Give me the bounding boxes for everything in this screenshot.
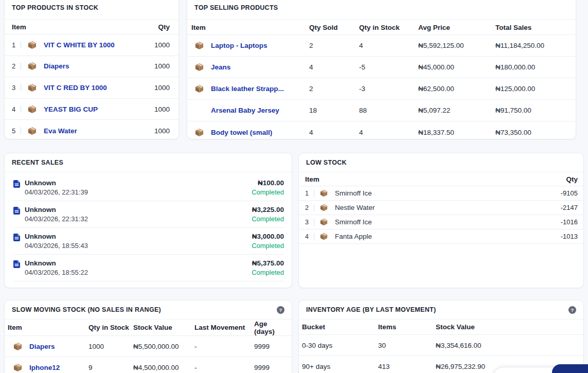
package-icon bbox=[194, 84, 204, 93]
sale-datetime: 04/03/2026, 22:31:39 bbox=[25, 188, 88, 196]
qty-value: 1000 bbox=[154, 62, 170, 70]
sale-amount: ₦3,225.00 bbox=[252, 206, 284, 214]
item-name: Fanta Apple bbox=[335, 233, 372, 240]
table-row: Arsenal Baby Jersey 18 88 ₦5,097.22 ₦91,… bbox=[187, 100, 576, 121]
table-row: 4 Fanta Apple -1013 bbox=[299, 229, 583, 244]
table-row: Laptop - Laptops 2 4 ₦5,592,125.00 ₦11,1… bbox=[187, 35, 576, 57]
sale-status-badge: Completed bbox=[252, 215, 284, 223]
sale-name: Unknown bbox=[25, 179, 88, 187]
avg-price-value: ₦18,337.50 bbox=[418, 129, 495, 136]
table-row: Jeans 4 -5 ₦45,000.00 ₦180,000.00 bbox=[187, 57, 576, 78]
panel-title-bar: TOP PRODUCTS IN STOCK bbox=[5, 0, 179, 20]
product-link[interactable]: Diapers bbox=[44, 62, 69, 70]
panel-title: INVENTORY AGE (BY LAST MOVEMENT) bbox=[306, 306, 436, 313]
row-rank: 3 bbox=[12, 84, 16, 92]
avg-price-value: ₦5,097.22 bbox=[418, 106, 495, 114]
stock-value: ₦3,354,616.00 bbox=[436, 342, 578, 349]
sale-status-badge: Completed bbox=[252, 242, 284, 250]
recent-sales-list: Unknown 04/03/2026, 22:31:39 ₦100.00 Com… bbox=[5, 172, 292, 281]
package-icon bbox=[194, 41, 204, 50]
product-link[interactable]: Jeans bbox=[211, 63, 230, 71]
column-header-age-days: Age (days) bbox=[254, 320, 287, 335]
total-sales-value: ₦11,184,250.00 bbox=[495, 42, 571, 49]
stock-value: ₦5,500,000.00 bbox=[133, 343, 194, 350]
floating-action-button[interactable] bbox=[552, 364, 588, 373]
qty-value: 1000 bbox=[154, 41, 170, 49]
column-header-avg-price: Avg Price bbox=[418, 24, 495, 31]
panel-title: TOP SELLING PRODUCTS bbox=[194, 4, 278, 11]
product-link[interactable]: Arsenal Baby Jersey bbox=[211, 106, 279, 114]
row-rank: 2 bbox=[12, 62, 16, 70]
qty-sold-value: 2 bbox=[309, 85, 359, 93]
total-sales-value: ₦73,350.00 bbox=[495, 129, 571, 136]
package-icon bbox=[319, 218, 328, 226]
help-icon[interactable]: ? bbox=[277, 306, 284, 314]
package-icon bbox=[319, 204, 328, 211]
table-header: Item Qty bbox=[299, 172, 583, 186]
table-row: Body towel (small) 4 4 ₦18,337.50 ₦73,35… bbox=[187, 121, 576, 139]
low-stock-panel: LOW STOCK Item Qty 1 Smirnoff Ice -9105 … bbox=[298, 153, 584, 288]
column-header-qty: Qty bbox=[158, 23, 170, 31]
sale-status-badge: Completed bbox=[252, 188, 284, 196]
qty-in-stock-value: 4 bbox=[359, 129, 418, 136]
product-link[interactable]: VIT C RED BY 1000 bbox=[44, 84, 107, 92]
product-link[interactable]: Eva Water bbox=[44, 127, 77, 135]
package-icon bbox=[27, 83, 37, 92]
qty-sold-value: 18 bbox=[309, 106, 359, 114]
column-header-item: Item bbox=[191, 24, 309, 31]
qty-value: -1013 bbox=[561, 233, 578, 240]
age-days-value: 9999 bbox=[254, 343, 287, 350]
product-link[interactable]: Diapers bbox=[29, 343, 55, 350]
package-icon bbox=[319, 189, 328, 197]
qty-in-stock-value: 4 bbox=[359, 42, 418, 49]
rank-divider bbox=[314, 219, 314, 226]
table-row: 3 Smirnoff Ice -1016 bbox=[299, 215, 583, 229]
column-header-qty: Qty bbox=[566, 175, 578, 183]
sale-name: Unknown bbox=[25, 259, 88, 267]
avg-price-value: ₦45,000.00 bbox=[418, 63, 495, 71]
qty-value: -9105 bbox=[561, 189, 578, 197]
panel-title-bar: SLOW MOVING STOCK (NO SALES IN RANGE) ? bbox=[5, 300, 292, 319]
document-icon bbox=[13, 207, 20, 217]
product-link[interactable]: YEAST BIG CUP bbox=[44, 105, 98, 113]
panel-title: TOP PRODUCTS IN STOCK bbox=[12, 4, 98, 11]
table-header: Bucket Items Stock Value bbox=[299, 319, 583, 335]
column-header-item: Item bbox=[305, 175, 319, 183]
table-row: Black leather Strapp... 2 -3 ₦62,500.00 … bbox=[187, 78, 576, 100]
qty-value: 1000 bbox=[154, 84, 170, 92]
sale-datetime: 04/03/2026, 22:31:32 bbox=[25, 215, 88, 223]
rank-divider bbox=[21, 127, 21, 134]
sale-list-item: Unknown 04/03/2026, 18:55:43 ₦3,000.00 C… bbox=[13, 228, 284, 255]
product-link[interactable]: Iphone12 bbox=[29, 364, 60, 371]
product-link[interactable]: Body towel (small) bbox=[211, 129, 272, 136]
qty-value: 1000 bbox=[154, 127, 170, 135]
bucket-value: 90+ days bbox=[302, 363, 378, 370]
sale-datetime: 04/03/2026, 18:55:43 bbox=[25, 242, 88, 250]
column-header-stock-value: Stock Value bbox=[436, 323, 578, 331]
row-rank: 4 bbox=[305, 233, 310, 240]
sale-status-badge: Completed bbox=[252, 269, 284, 276]
last-movement-value: - bbox=[194, 364, 254, 371]
product-link[interactable]: Laptop - Laptops bbox=[211, 42, 267, 49]
table-header: Item Qty bbox=[5, 20, 179, 34]
product-link[interactable]: VIT C WHITE BY 1000 bbox=[44, 41, 115, 49]
rank-divider bbox=[21, 105, 21, 113]
rank-divider bbox=[21, 41, 21, 48]
help-icon[interactable]: ? bbox=[568, 306, 576, 314]
product-link[interactable]: Black leather Strapp... bbox=[211, 85, 284, 93]
avg-price-value: ₦5,592,125.00 bbox=[418, 42, 495, 49]
package-icon bbox=[27, 62, 37, 70]
column-header-stock-value: Stock Value bbox=[133, 324, 194, 331]
table-row: 3 VIT C RED BY 1000 1000 bbox=[5, 77, 179, 99]
package-icon bbox=[13, 363, 23, 372]
qty-sold-value: 2 bbox=[309, 42, 359, 49]
column-header-total-sales: Total Sales bbox=[495, 24, 571, 31]
top-products-in-stock-panel: TOP PRODUCTS IN STOCK Item Qty 1 VIT C W… bbox=[4, 0, 179, 139]
table-row: Iphone12 9 ₦4,500,000.00 - 9999 bbox=[5, 357, 292, 373]
table-row: 0-30 days 30 ₦3,354,616.00 bbox=[299, 335, 583, 356]
row-rank: 3 bbox=[305, 219, 310, 226]
package-icon bbox=[27, 41, 37, 49]
package-icon bbox=[194, 63, 204, 72]
qty-in-stock-value: 9 bbox=[88, 364, 133, 371]
column-header-last-movement: Last Movement bbox=[194, 324, 254, 331]
